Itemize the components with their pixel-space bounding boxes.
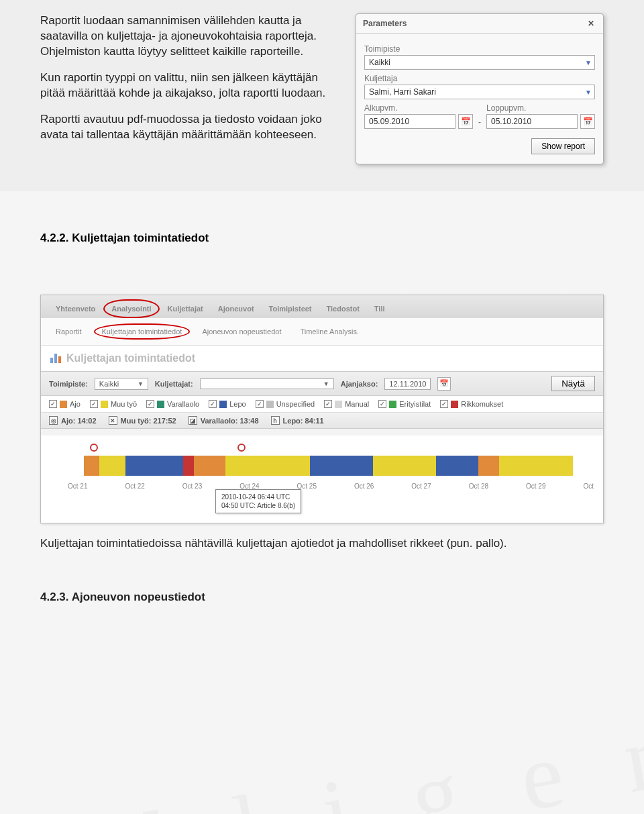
alkupvm-input[interactable]: 05.09.2010: [364, 114, 455, 129]
summary-bar: ◎Ajo: 14:02 ✕Muu työ: 217:52 ◪Varallaolo…: [41, 413, 603, 429]
legend-item[interactable]: ✓Lepo: [209, 400, 246, 408]
checkbox-icon[interactable]: ✓: [256, 400, 264, 408]
filter-ajanjakso-label: Ajanjakso:: [341, 380, 378, 388]
tab-kuljettajat[interactable]: Kuljettajat: [161, 301, 210, 317]
timeline-segment: [478, 456, 499, 476]
bar-chart-icon: [50, 354, 61, 363]
legend-label: Erityistilat: [399, 400, 431, 408]
chevron-down-icon: ▼: [585, 59, 592, 66]
timeline-segment: [183, 456, 194, 476]
tab-tili[interactable]: Tili: [368, 301, 392, 317]
tick-label: Oct: [583, 482, 594, 490]
legend-item[interactable]: ✓Ajo: [49, 400, 80, 408]
toimipiste-select[interactable]: Kaikki ▼: [364, 55, 595, 70]
alkupvm-value: 05.09.2010: [369, 117, 409, 126]
tick-label: Oct 22: [125, 482, 144, 490]
calendar-icon[interactable]: 📅: [458, 114, 473, 129]
legend-item[interactable]: ✓Manual: [324, 400, 369, 408]
timeline-segment: [373, 456, 436, 476]
kuljettaja-select[interactable]: Salmi, Harri Sakari ▼: [364, 85, 595, 99]
tick-label: Oct 29: [526, 482, 545, 490]
tab-analysointi[interactable]: Analysointi: [103, 299, 159, 318]
legend-item[interactable]: ✓Unspecified: [256, 400, 315, 408]
filter-kuljettajat-select[interactable]: ▼: [200, 378, 334, 389]
page-title: Kuljettajan toimintatiedot: [66, 352, 195, 364]
figure-caption: Kuljettajan toimintatiedoissa nähtävillä…: [40, 537, 604, 550]
tab-tiedostot[interactable]: Tiedostot: [320, 301, 366, 317]
calendar-icon[interactable]: 📅: [580, 114, 595, 129]
legend-item[interactable]: ✓Erityistilat: [378, 400, 431, 408]
checkbox-icon[interactable]: ✓: [209, 400, 217, 408]
timeline-segment: [84, 456, 100, 476]
chevron-down-icon: ▼: [138, 380, 144, 387]
checkbox-icon[interactable]: ✓: [440, 400, 448, 408]
filter-ajanjakso-input[interactable]: 12.11.2010: [384, 378, 431, 390]
color-swatch: [335, 401, 342, 408]
legend-label: Muu työ: [111, 400, 137, 408]
tab-yhteenveto[interactable]: Yhteenveto: [49, 301, 102, 317]
tick-label: Oct 21: [68, 482, 87, 490]
page-title-row: Kuljettajan toimintatiedot: [41, 346, 603, 371]
alkupvm-label: Alkupvm.: [364, 103, 473, 113]
close-icon[interactable]: ✕: [586, 18, 596, 29]
steering-icon: ◎: [49, 416, 58, 425]
loppupvm-input[interactable]: 05.10.2010: [486, 114, 578, 129]
parameters-panel: Parameters ✕ Toimipiste Kaikki ▼ Kuljett…: [356, 13, 604, 164]
legend-label: Manual: [345, 400, 369, 408]
subtab-ajoneuvon-nopeustiedot[interactable]: Ajoneuvon nopeustiedot: [195, 325, 288, 338]
legend-item[interactable]: ✓Varallaolo: [146, 400, 199, 408]
show-button[interactable]: Näytä: [551, 376, 595, 391]
kuljettaja-label: Kuljettaja: [364, 74, 595, 83]
color-swatch: [451, 401, 458, 408]
timeline-segment: [125, 456, 183, 476]
section-heading-422: 4.2.2. Kuljettajan toimintatiedot: [40, 232, 604, 245]
tick-label: Oct 28: [469, 482, 488, 490]
timeline-ticks: Oct 21Oct 22Oct 23Oct 24Oct 25Oct 26Oct …: [41, 482, 603, 494]
subtab-kuljettajan-toimintatiedot[interactable]: Kuljettajan toimintatiedot: [94, 323, 191, 340]
legend-label: Ajo: [70, 400, 80, 408]
checkbox-icon[interactable]: ✓: [49, 400, 57, 408]
color-swatch: [101, 401, 108, 408]
rest-icon: h: [271, 416, 280, 425]
legend-label: Rikkomukset: [461, 400, 503, 408]
summary-vara: Varallaolo: 13:48: [201, 417, 259, 425]
intro-text-block: Raportit luodaan samannimisen välilehden…: [40, 13, 335, 164]
color-swatch: [389, 401, 396, 408]
availability-icon: ◪: [189, 416, 197, 425]
checkbox-icon[interactable]: ✓: [324, 400, 332, 408]
background-watermark: t e l l i g e n t D r: [0, 641, 644, 814]
checkbox-icon[interactable]: ✓: [90, 400, 98, 408]
work-icon: ✕: [109, 416, 117, 425]
chevron-down-icon: ▼: [585, 89, 592, 96]
toimipiste-value: Kaikki: [369, 58, 390, 67]
checkbox-icon[interactable]: ✓: [378, 400, 386, 408]
calendar-icon[interactable]: 📅: [437, 377, 451, 391]
filter-kuljettajat-label: Kuljettajat:: [155, 380, 193, 388]
subtab-timeline-analysis[interactable]: Timeline Analysis.: [293, 325, 366, 338]
filter-bar: Toimipiste: Kaikki ▼ Kuljettajat: ▼ Ajan…: [41, 371, 603, 396]
checkbox-icon[interactable]: ✓: [146, 400, 154, 408]
show-report-button[interactable]: Show report: [531, 138, 595, 154]
violation-marker: [90, 444, 98, 452]
intro-paragraph-3: Raportti avautuu pdf-muodossa ja tiedost…: [40, 112, 335, 143]
kuljettaja-value: Salmi, Harri Sakari: [369, 87, 436, 97]
section-heading-423: 4.2.3. Ajoneuvon nopeustiedot: [40, 591, 604, 604]
legend-label: Varallaolo: [167, 400, 199, 408]
timeline-segment: [225, 456, 309, 476]
tick-label: Oct 26: [354, 482, 374, 490]
subtab-raportit[interactable]: Raportit: [49, 325, 89, 338]
legend-item[interactable]: ✓Rikkomukset: [440, 400, 503, 408]
secondary-tabs: Raportit Kuljettajan toimintatiedot Ajon…: [41, 318, 603, 346]
summary-muu: Muu työ: 217:52: [121, 417, 176, 425]
parameters-title: Parameters: [363, 19, 407, 28]
primary-tabs: Yhteenveto Analysointi Kuljettajat Ajone…: [41, 295, 603, 318]
legend-item[interactable]: ✓Muu työ: [90, 400, 137, 408]
tab-ajoneuvot[interactable]: Ajoneuvot: [211, 301, 261, 317]
filter-toimipiste-select[interactable]: Kaikki ▼: [95, 378, 148, 390]
chevron-down-icon: ▼: [323, 380, 329, 387]
toimipiste-label: Toimipiste: [364, 44, 595, 54]
color-swatch: [60, 401, 67, 408]
legend-label: Lepo: [229, 400, 246, 408]
tab-toimipisteet[interactable]: Toimipisteet: [262, 301, 319, 317]
tick-label: Oct 27: [411, 482, 431, 490]
